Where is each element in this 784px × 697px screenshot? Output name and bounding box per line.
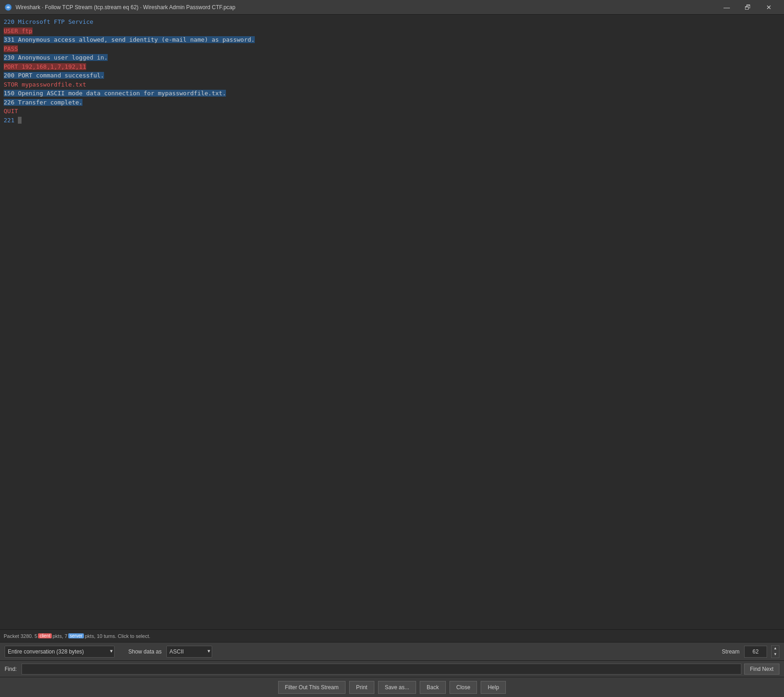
ascii-dropdown[interactable]: ASCII HEX UTF-8 C Arrays Raw <box>166 646 212 658</box>
line-quit: QUIT <box>4 108 18 114</box>
conversation-dropdown[interactable]: Entire conversation (328 bytes) <box>5 646 115 658</box>
line-230: 230 Anonymous user logged in. <box>4 54 108 61</box>
close-button[interactable]: ✕ <box>758 0 779 15</box>
back-button[interactable]: Back <box>420 681 446 694</box>
line-226: 226 Transfer complete. <box>4 99 82 106</box>
line-pass: PASS <box>4 45 22 52</box>
stream-up-button[interactable]: ▲ <box>772 646 779 652</box>
stream-down-button[interactable]: ▼ <box>772 652 779 658</box>
stream-input[interactable]: 62 <box>744 646 767 658</box>
server-badge: server <box>68 633 84 638</box>
line-220: 220 Microsoft FTP Service <box>4 18 93 25</box>
stream-spinner: ▲ ▼ <box>771 645 779 658</box>
ascii-dropdown-wrapper: ASCII HEX UTF-8 C Arrays Raw ▼ <box>166 646 212 658</box>
main-window: Wireshark · Follow TCP Stream (tcp.strea… <box>0 0 784 697</box>
maximize-button[interactable]: 🗗 <box>737 0 758 15</box>
stream-content: 220 Microsoft FTP Service USER ftp 331 A… <box>0 15 784 629</box>
show-data-label: Show data as <box>128 648 162 655</box>
client-badge: client <box>38 633 51 638</box>
window-title: Wireshark · Follow TCP Stream (tcp.strea… <box>16 4 716 11</box>
line-150: 150 Opening ASCII mode data connection f… <box>4 90 226 97</box>
line-user: USER ftp <box>4 27 33 34</box>
line-221: 221 <box>4 117 22 124</box>
conversation-dropdown-wrapper: Entire conversation (328 bytes) ▼ <box>5 646 115 658</box>
app-icon <box>5 4 12 11</box>
titlebar: Wireshark · Follow TCP Stream (tcp.strea… <box>0 0 784 15</box>
window-controls: — 🗗 ✕ <box>716 0 779 15</box>
close-button-bottom[interactable]: Close <box>450 681 477 694</box>
controls-row-1: Entire conversation (328 bytes) ▼ Show d… <box>0 642 784 660</box>
find-input[interactable] <box>22 664 741 675</box>
line-331: 331 Anonymous access allowed, send ident… <box>4 36 255 43</box>
line-200: 200 PORT command successful. <box>4 72 104 79</box>
line-stor: STOR mypasswordfile.txt <box>4 81 86 88</box>
save-as-button[interactable]: Save as... <box>378 681 416 694</box>
stream-label: Stream <box>722 648 740 655</box>
status-text-middle: pkts, 7 <box>53 633 67 639</box>
help-button[interactable]: Help <box>481 681 506 694</box>
find-label: Find: <box>5 666 17 672</box>
controls-row-2: Find: Find Next <box>0 660 784 677</box>
status-text-before: Packet 3280. 5 <box>4 633 37 639</box>
print-button[interactable]: Print <box>349 681 374 694</box>
filter-out-button[interactable]: Filter Out This Stream <box>278 681 345 694</box>
controls-row-3: Filter Out This Stream Print Save as... … <box>0 677 784 697</box>
minimize-button[interactable]: — <box>716 0 737 15</box>
line-port: PORT 192,168,1,7,192,11 <box>4 63 86 70</box>
status-text-after: pkts, 10 turns. Click to select. <box>85 633 150 639</box>
statusbar: Packet 3280. 5 client pkts, 7 server pkt… <box>0 629 784 642</box>
find-next-button[interactable]: Find Next <box>744 664 779 675</box>
